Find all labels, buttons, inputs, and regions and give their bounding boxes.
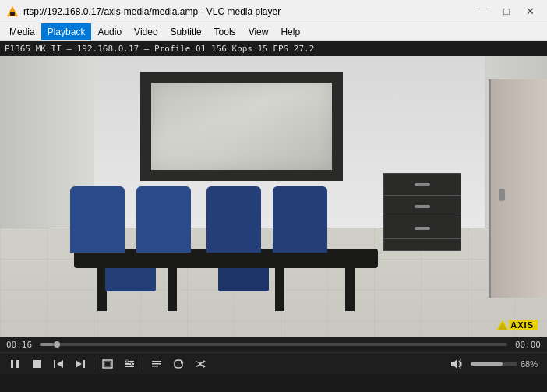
svg-rect-5 bbox=[11, 360, 13, 368]
svg-rect-17 bbox=[126, 360, 128, 363]
svg-marker-9 bbox=[57, 360, 63, 368]
progress-fill bbox=[40, 343, 54, 346]
svg-rect-21 bbox=[152, 366, 158, 367]
previous-button[interactable] bbox=[48, 355, 69, 373]
time-current: 00:16 bbox=[6, 340, 34, 350]
menu-playback[interactable]: Playback bbox=[41, 23, 92, 40]
titlebar-controls: — □ ✕ bbox=[472, 4, 541, 19]
svg-marker-11 bbox=[76, 360, 82, 368]
camera-feed: AXIS bbox=[0, 56, 547, 337]
svg-marker-23 bbox=[203, 360, 206, 363]
svg-marker-24 bbox=[203, 365, 206, 368]
mirror-reflection bbox=[151, 83, 332, 170]
door bbox=[489, 79, 547, 298]
loop-button[interactable] bbox=[168, 355, 189, 373]
volume-label: 68% bbox=[521, 359, 542, 369]
table-leg-2 bbox=[168, 268, 177, 311]
axis-label: AXIS bbox=[509, 320, 538, 330]
menu-media[interactable]: Media bbox=[3, 23, 41, 40]
pause-icon bbox=[9, 358, 20, 369]
vlc-icon bbox=[6, 5, 19, 18]
menubar: Media Playback Audio Video Subtitle Tool… bbox=[0, 23, 547, 41]
cabinet-drawer-1 bbox=[384, 174, 461, 196]
maximize-button[interactable]: □ bbox=[496, 4, 517, 19]
random-icon bbox=[195, 359, 206, 369]
chair-seat-front-1 bbox=[105, 268, 156, 291]
menu-tools[interactable]: Tools bbox=[208, 23, 242, 40]
cabinet-drawer-2 bbox=[384, 196, 461, 217]
cabinet-handle-3 bbox=[415, 227, 430, 230]
titlebar: rtsp://192.168.0.17/axis-media/media.amp… bbox=[0, 0, 547, 23]
menu-help[interactable]: Help bbox=[274, 23, 306, 40]
separator-1 bbox=[94, 358, 94, 370]
menu-subtitle[interactable]: Subtitle bbox=[164, 23, 208, 40]
svg-rect-7 bbox=[33, 360, 41, 368]
cabinet bbox=[383, 173, 461, 251]
cabinet-drawer-3 bbox=[384, 217, 461, 239]
chair-back-1 bbox=[70, 186, 125, 253]
cabinet-handle-2 bbox=[415, 205, 430, 208]
svg-rect-2 bbox=[10, 12, 15, 16]
svg-rect-10 bbox=[83, 360, 85, 368]
extended-icon bbox=[124, 359, 135, 369]
progress-area: 00:16 00:00 bbox=[0, 337, 547, 352]
extended-settings-button[interactable] bbox=[119, 355, 139, 373]
chair-seat-front-2 bbox=[218, 268, 269, 291]
fullscreen-button[interactable] bbox=[97, 355, 118, 373]
menu-audio[interactable]: Audio bbox=[91, 23, 128, 40]
stream-statusbar: P1365 MK II – 192.168.0.17 – Profile 01 … bbox=[0, 41, 547, 56]
volume-track[interactable] bbox=[471, 362, 517, 366]
stream-info-text: P1365 MK II – 192.168.0.17 – Profile 01 … bbox=[5, 44, 314, 54]
progress-dot bbox=[54, 341, 60, 348]
svg-rect-6 bbox=[16, 360, 19, 368]
svg-rect-20 bbox=[152, 363, 161, 365]
svg-marker-25 bbox=[451, 359, 457, 369]
mirror bbox=[140, 72, 343, 181]
menu-view[interactable]: View bbox=[242, 23, 275, 40]
volume-fill bbox=[471, 362, 503, 366]
separator-2 bbox=[143, 358, 143, 370]
controls-bar: 68% bbox=[0, 352, 547, 374]
chair-back-4 bbox=[273, 186, 327, 253]
close-button[interactable]: ✕ bbox=[519, 4, 541, 19]
playlist-icon bbox=[151, 359, 162, 369]
playlist-button[interactable] bbox=[146, 355, 167, 373]
loop-icon bbox=[173, 359, 184, 369]
chair-back-2 bbox=[136, 186, 191, 253]
svg-rect-16 bbox=[125, 366, 134, 367]
titlebar-title: rtsp://192.168.0.17/axis-media/media.amp… bbox=[23, 6, 281, 17]
video-area: AXIS bbox=[0, 56, 547, 337]
previous-icon bbox=[53, 359, 64, 369]
volume-icon bbox=[450, 358, 463, 369]
svg-rect-8 bbox=[54, 360, 55, 368]
mute-button[interactable] bbox=[450, 355, 468, 373]
progress-track[interactable] bbox=[40, 343, 507, 346]
cabinet-handle-1 bbox=[415, 183, 430, 186]
table-leg-4 bbox=[345, 268, 355, 311]
svg-rect-13 bbox=[104, 362, 111, 366]
menu-video[interactable]: Video bbox=[128, 23, 164, 40]
svg-rect-18 bbox=[131, 362, 132, 366]
axis-triangle-icon bbox=[496, 320, 509, 330]
stop-button[interactable] bbox=[26, 355, 47, 373]
play-pause-button[interactable] bbox=[5, 355, 25, 373]
time-total: 00:00 bbox=[513, 340, 541, 350]
table-leg-3 bbox=[275, 268, 284, 311]
next-button[interactable] bbox=[70, 355, 90, 373]
chair-back-3 bbox=[206, 186, 261, 253]
next-icon bbox=[75, 359, 86, 369]
volume-area: 68% bbox=[450, 355, 542, 373]
axis-logo: AXIS bbox=[496, 320, 538, 330]
door-handle bbox=[499, 189, 505, 201]
random-button[interactable] bbox=[190, 355, 210, 373]
stop-icon bbox=[32, 359, 41, 369]
titlebar-left: rtsp://192.168.0.17/axis-media/media.amp… bbox=[6, 5, 281, 18]
minimize-button[interactable]: — bbox=[472, 4, 494, 19]
fullscreen-icon bbox=[102, 359, 113, 369]
svg-rect-19 bbox=[152, 361, 161, 362]
